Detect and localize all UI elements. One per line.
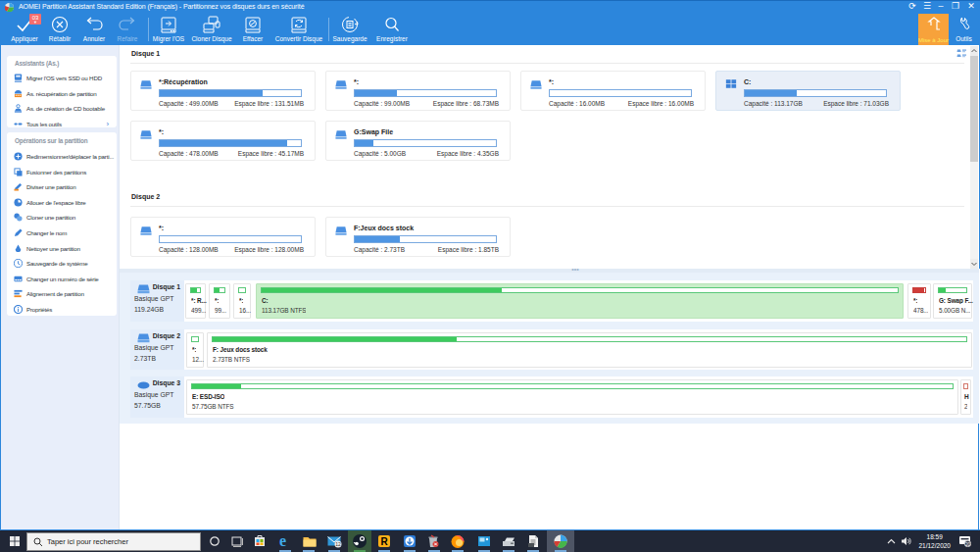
svg-text:R: R — [380, 536, 388, 547]
svg-text:12: 12 — [335, 541, 341, 547]
svg-text:20: 20 — [965, 542, 971, 547]
